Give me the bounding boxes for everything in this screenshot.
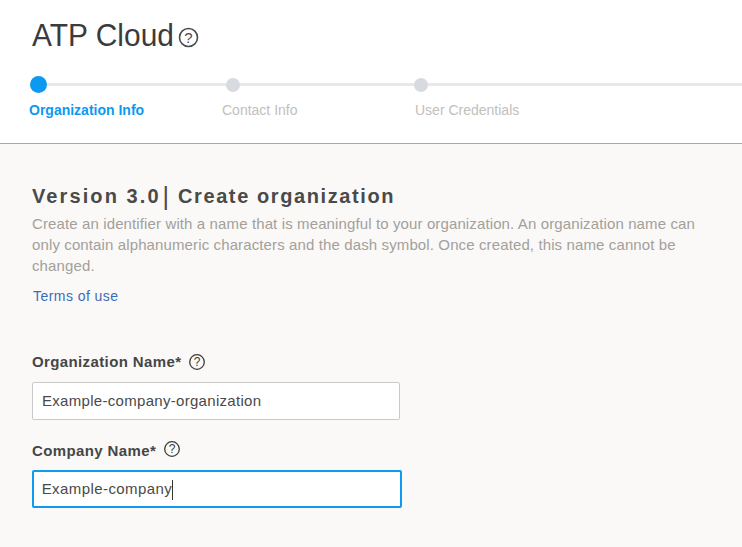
svg-text:?: ? xyxy=(193,355,200,369)
svg-text:?: ? xyxy=(184,28,192,45)
svg-text:?: ? xyxy=(168,442,175,456)
